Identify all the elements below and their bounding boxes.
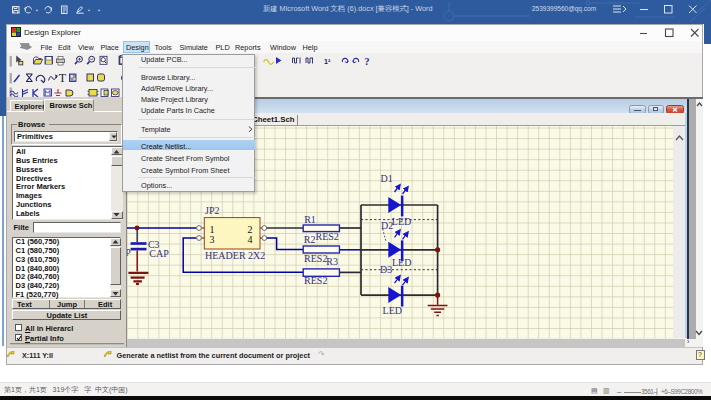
svg-text:LED: LED <box>392 257 411 268</box>
svg-text:T: T <box>59 71 67 85</box>
svg-text:CAP: CAP <box>149 248 169 259</box>
svg-text:R3: R3 <box>326 256 338 267</box>
svg-text:P: P <box>127 247 131 258</box>
svg-text:LED: LED <box>383 305 402 316</box>
svg-text:?: ? <box>365 55 370 66</box>
svg-text:JP2: JP2 <box>205 205 219 216</box>
svg-text:1²: 1² <box>324 58 331 65</box>
svg-text:R2: R2 <box>304 234 316 245</box>
svg-text:LED: LED <box>392 216 411 227</box>
svg-text:RES2: RES2 <box>304 253 327 264</box>
svg-text:RES2: RES2 <box>316 231 339 242</box>
svg-text:4: 4 <box>248 234 253 245</box>
svg-text:HEADER 2X2: HEADER 2X2 <box>205 250 265 261</box>
svg-text:D3: D3 <box>380 264 392 275</box>
svg-text:D1: D1 <box>381 173 393 184</box>
svg-text:RES2: RES2 <box>304 275 327 286</box>
svg-text:3: 3 <box>210 234 215 245</box>
svg-text:R1: R1 <box>304 214 316 225</box>
